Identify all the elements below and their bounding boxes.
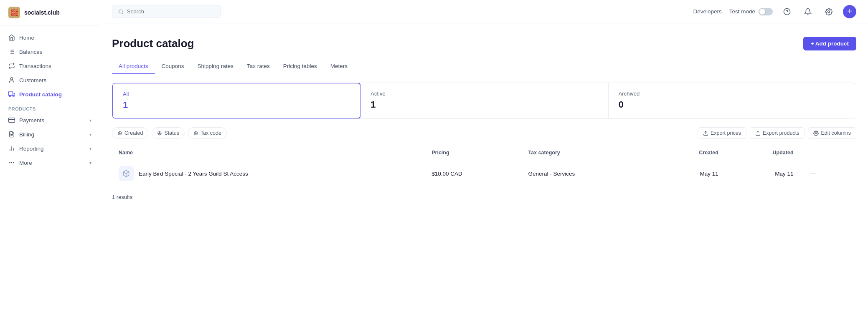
sidebar-item-billing-label: Billing — [19, 131, 34, 138]
col-created: Created — [653, 146, 725, 160]
svg-point-19 — [11, 162, 12, 163]
tab-shipping-rates[interactable]: Shipping rates — [191, 59, 240, 74]
notifications-icon-btn[interactable] — [801, 5, 815, 18]
svg-rect-11 — [9, 118, 15, 123]
add-new-btn[interactable]: + — [843, 5, 856, 18]
export-prices-label: Export prices — [711, 130, 741, 136]
tab-tax-rates[interactable]: Tax rates — [240, 59, 277, 74]
row-more-button[interactable]: ··· — [807, 168, 819, 179]
sidebar-item-transactions-label: Transactions — [19, 63, 51, 69]
test-mode-toggle[interactable]: Test mode — [729, 8, 773, 15]
col-updated: Updated — [725, 146, 800, 160]
home-icon — [8, 34, 15, 41]
plus-icon-3: ⊕ — [193, 130, 198, 136]
svg-point-18 — [10, 162, 10, 163]
col-pricing: Pricing — [425, 146, 521, 160]
bell-icon — [804, 8, 812, 15]
filter-card-active[interactable]: Active 1 — [360, 83, 608, 118]
toggle-switch[interactable] — [759, 8, 773, 15]
filter-card-all-value: 1 — [123, 100, 350, 111]
filter-card-all[interactable]: All 1 — [112, 83, 361, 119]
svg-point-21 — [119, 10, 122, 13]
help-icon-btn[interactable] — [780, 5, 794, 18]
table-row[interactable]: Early Bird Special - 2 Years Guild St Ac… — [112, 160, 856, 187]
tab-coupons[interactable]: Coupons — [155, 59, 191, 74]
row-tax-category-cell: General - Services — [522, 160, 653, 187]
tab-all-products[interactable]: All products — [112, 59, 155, 74]
sidebar-item-more[interactable]: More ▾ — [0, 156, 100, 170]
more-chevron-icon: ▾ — [89, 161, 91, 165]
page-title: Product catalog — [112, 37, 194, 50]
export-prices-btn[interactable]: Export prices — [698, 127, 746, 139]
filter-card-active-label: Active — [371, 91, 598, 97]
col-name: Name — [112, 146, 425, 160]
product-icon — [119, 166, 134, 181]
svg-point-9 — [9, 96, 10, 97]
tab-meters[interactable]: Meters — [324, 59, 354, 74]
sidebar-item-reporting[interactable]: Reporting ▾ — [0, 141, 100, 156]
gear-icon — [825, 8, 832, 15]
row-updated-cell: May 11 — [725, 160, 800, 187]
settings-icon-btn[interactable] — [822, 5, 835, 18]
sidebar-item-payments-label: Payments — [19, 117, 44, 123]
export-products-btn[interactable]: Export products — [750, 127, 805, 139]
row-actions-cell: ··· — [800, 160, 856, 187]
sidebar-item-billing[interactable]: Billing ▾ — [0, 127, 100, 141]
filter-tax-code-label: Tax code — [201, 130, 221, 136]
filter-created-btn[interactable]: ⊕ Created — [112, 127, 148, 139]
page-content: Product catalog + Add product All produc… — [100, 23, 868, 312]
balances-icon — [8, 48, 15, 55]
toolbar-filters: ⊕ Created ⊕ Status ⊕ Tax code — [112, 127, 227, 139]
col-tax-category: Tax category — [522, 146, 653, 160]
sidebar-item-product-catalog[interactable]: Product catalog — [0, 87, 100, 101]
more-icon — [8, 159, 15, 166]
filter-cards: All 1 Active 1 Archived 0 — [112, 83, 856, 119]
search-box[interactable] — [112, 5, 221, 18]
search-icon — [118, 9, 124, 15]
filter-status-btn[interactable]: ⊕ Status — [152, 127, 184, 139]
export-prices-icon — [703, 131, 708, 136]
row-created-cell: May 11 — [653, 160, 725, 187]
row-product-name: Early Bird Special - 2 Years Guild St Ac… — [139, 171, 248, 177]
transactions-icon — [8, 63, 15, 69]
main-content: Developers Test mode + — [100, 0, 868, 312]
logo-icon: 🧱 — [8, 7, 20, 18]
results-count: 1 results — [112, 194, 856, 200]
sidebar-item-balances[interactable]: Balances — [0, 45, 100, 59]
sidebar-item-payments[interactable]: Payments ▾ — [0, 113, 100, 127]
sidebar-item-home-label: Home — [19, 35, 34, 41]
export-products-label: Export products — [763, 130, 799, 136]
topbar-right: Developers Test mode + — [693, 5, 856, 18]
sidebar-section-label: Products — [0, 101, 100, 113]
sidebar-item-home[interactable]: Home — [0, 30, 100, 45]
sidebar-item-customers[interactable]: Customers — [0, 73, 100, 87]
product-catalog-icon — [8, 91, 15, 98]
customers-icon — [8, 77, 15, 83]
row-name-cell: Early Bird Special - 2 Years Guild St Ac… — [112, 160, 425, 187]
payments-icon — [8, 117, 15, 123]
filter-status-label: Status — [164, 130, 179, 136]
search-input[interactable] — [127, 8, 214, 15]
filter-card-archived-value: 0 — [619, 99, 846, 110]
sidebar-item-customers-label: Customers — [19, 77, 46, 83]
filter-card-archived[interactable]: Archived 0 — [609, 83, 856, 118]
filter-card-all-label: All — [123, 91, 350, 97]
toolbar: ⊕ Created ⊕ Status ⊕ Tax code E — [112, 127, 856, 139]
edit-columns-btn[interactable]: Edit columns — [808, 127, 856, 139]
sidebar-logo: 🧱 socialst.club — [0, 0, 100, 25]
developers-link[interactable]: Developers — [693, 8, 721, 15]
toolbar-actions: Export prices Export products Edit colum… — [698, 127, 856, 139]
sidebar: 🧱 socialst.club Home Balances Transactio… — [0, 0, 100, 312]
row-pricing-cell: $10.00 CAD — [425, 160, 521, 187]
reporting-chevron-icon: ▾ — [89, 146, 91, 151]
svg-rect-7 — [9, 92, 13, 96]
tab-pricing-tables[interactable]: Pricing tables — [277, 59, 324, 74]
tabs: All products Coupons Shipping rates Tax … — [112, 59, 856, 74]
export-products-icon — [755, 131, 761, 136]
filter-tax-code-btn[interactable]: ⊕ Tax code — [188, 127, 227, 139]
svg-point-25 — [828, 10, 830, 13]
help-icon — [783, 8, 791, 15]
add-product-button[interactable]: + Add product — [803, 37, 856, 50]
sidebar-item-transactions[interactable]: Transactions — [0, 59, 100, 73]
edit-columns-label: Edit columns — [821, 130, 851, 136]
